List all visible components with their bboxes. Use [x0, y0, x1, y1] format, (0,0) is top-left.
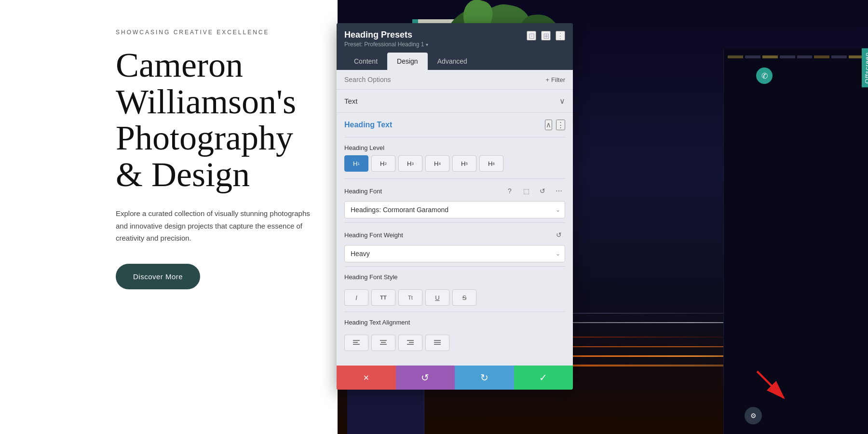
phone-float-button[interactable]: ✆ — [756, 68, 773, 84]
heading-font-style-field: Heading Font Style — [337, 269, 573, 289]
floating-settings-icon[interactable]: ⚙ — [745, 407, 762, 424]
panel-title: Heading Presets — [344, 30, 527, 40]
tagline-text: SHOWCASING CREATIVE EXCELLENCE — [116, 29, 313, 36]
h1-button[interactable]: H1 — [344, 155, 368, 172]
svg-line-13 — [757, 371, 784, 398]
align-right-icon — [407, 339, 414, 346]
heading-font-select[interactable]: Headings: Cormorant Garamond — [344, 201, 565, 218]
left-content-area: SHOWCASING CREATIVE EXCELLENCE Cameron W… — [0, 0, 338, 434]
heading-presets-panel: Heading Presets Preset: Professional Hea… — [337, 23, 573, 390]
heading-section-title: Heading Text — [344, 121, 392, 129]
redo-icon: ↻ — [480, 372, 488, 383]
divider-5 — [344, 312, 565, 312]
underline-button[interactable]: U — [425, 289, 449, 306]
heading-font-more-icon[interactable]: ⋯ — [553, 185, 565, 197]
heading-section-icons: ∧ ⋮ — [545, 120, 565, 130]
h4-button[interactable]: H4 — [425, 155, 449, 172]
panel-body: + Filter Text ∨ Heading Text ∧ ⋮ Heading… — [337, 70, 573, 380]
filter-plus-icon: + — [546, 76, 550, 83]
divider-3 — [344, 222, 565, 223]
uppercase-button[interactable]: TT — [371, 289, 395, 306]
main-title: Cameron Williamson's Photography & Desig… — [116, 47, 313, 193]
h2-button[interactable]: H2 — [371, 155, 395, 172]
subtitle-text: Explore a curated collection of visually… — [116, 207, 313, 244]
italic-button[interactable]: I — [344, 289, 368, 306]
red-arrow-indicator — [752, 366, 791, 405]
align-justify-icon — [434, 339, 441, 346]
panel-tabs: Content Design Advanced — [337, 48, 573, 70]
text-section-row[interactable]: Text ∨ — [337, 90, 573, 113]
heading-section-header: Heading Text ∧ ⋮ — [337, 113, 573, 135]
font-style-buttons: I TT Tt U S — [337, 289, 573, 310]
phone-icon: ✆ — [761, 71, 768, 81]
layout-icon[interactable]: ⊞ — [541, 31, 551, 41]
align-justify-button[interactable] — [425, 335, 449, 351]
align-right-button[interactable] — [398, 335, 422, 351]
redo-button[interactable]: ↻ — [455, 366, 514, 390]
subtitle-dropdown-arrow[interactable]: ▾ — [426, 42, 428, 47]
align-left-icon — [353, 339, 360, 346]
heading-font-weight-label: Heading Font Weight — [344, 231, 549, 239]
h5-button[interactable]: H5 — [452, 155, 476, 172]
heading-text-section: Heading Text ∧ ⋮ Heading Level H1 H2 H3 … — [337, 113, 573, 355]
heading-font-mobile-icon[interactable]: ⬚ — [520, 185, 532, 197]
align-center-button[interactable] — [371, 335, 395, 351]
h3-button[interactable]: H3 — [398, 155, 422, 172]
heading-more-icon[interactable]: ⋮ — [556, 120, 565, 130]
heading-font-weight-select-wrapper: Heavy ⌄ — [344, 245, 565, 262]
panel-footer: × ↺ ↻ ✓ — [337, 366, 573, 390]
discover-more-button[interactable]: Discover More — [116, 264, 200, 289]
filter-button[interactable]: + Filter — [546, 76, 565, 83]
heading-font-style-label: Heading Font Style — [344, 273, 565, 281]
expand-icon[interactable]: ⊡ — [527, 31, 536, 41]
offscreen-label: Offscreen — [862, 48, 868, 87]
heading-collapse-icon[interactable]: ∧ — [545, 120, 552, 130]
tab-design[interactable]: Design — [387, 53, 428, 70]
strikethrough-button[interactable]: S — [452, 289, 476, 306]
cancel-button[interactable]: × — [337, 366, 396, 390]
cancel-icon: × — [363, 372, 369, 383]
heading-font-label: Heading Font — [344, 188, 500, 195]
heading-font-help-icon[interactable]: ? — [503, 185, 516, 197]
heading-font-reset-icon[interactable]: ↺ — [536, 185, 549, 197]
tab-advanced[interactable]: Advanced — [428, 53, 477, 70]
alignment-buttons — [337, 335, 573, 355]
align-center-icon — [380, 339, 387, 346]
panel-subtitle: Preset: Professional Heading 1 ▾ — [344, 41, 527, 48]
panel-header: Heading Presets Preset: Professional Hea… — [337, 23, 573, 48]
more-options-icon[interactable]: ⋮ — [556, 31, 565, 41]
divider-4 — [344, 266, 565, 267]
confirm-icon: ✓ — [539, 372, 547, 383]
confirm-button[interactable]: ✓ — [514, 366, 573, 390]
heading-weight-reset-icon[interactable]: ↺ — [553, 229, 565, 241]
heading-font-weight-select[interactable]: Heavy — [344, 245, 565, 262]
heading-font-select-wrapper: Headings: Cormorant Garamond ⌄ — [344, 201, 565, 218]
undo-icon: ↺ — [421, 372, 429, 383]
divider-2 — [344, 178, 565, 179]
text-section-label: Text — [344, 97, 358, 105]
heading-font-row: Heading Font ? ⬚ ↺ ⋯ — [337, 181, 573, 201]
tab-content[interactable]: Content — [344, 53, 387, 70]
heading-level-field: Heading Level H1 H2 H3 H4 H5 H6 — [337, 139, 573, 176]
panel-title-block: Heading Presets Preset: Professional Hea… — [344, 30, 527, 48]
divider-1 — [344, 137, 565, 137]
undo-button[interactable]: ↺ — [396, 366, 455, 390]
h6-button[interactable]: H6 — [479, 155, 503, 172]
capitalize-button[interactable]: Tt — [398, 289, 422, 306]
settings-icon: ⚙ — [750, 412, 757, 420]
heading-text-align-label: Heading Text Alignment — [344, 319, 565, 326]
heading-level-buttons: H1 H2 H3 H4 H5 H6 — [344, 155, 565, 172]
search-input[interactable] — [344, 76, 546, 83]
red-arrow-svg — [752, 366, 791, 405]
panel-header-icons: ⊡ ⊞ ⋮ — [527, 30, 565, 41]
heading-level-label: Heading Level — [344, 144, 565, 151]
heading-font-weight-row: Heading Font Weight ↺ — [337, 225, 573, 245]
heading-text-align-field: Heading Text Alignment — [337, 314, 573, 335]
search-bar: + Filter — [337, 70, 573, 90]
align-left-button[interactable] — [344, 335, 368, 351]
text-chevron-icon: ∨ — [559, 96, 565, 106]
